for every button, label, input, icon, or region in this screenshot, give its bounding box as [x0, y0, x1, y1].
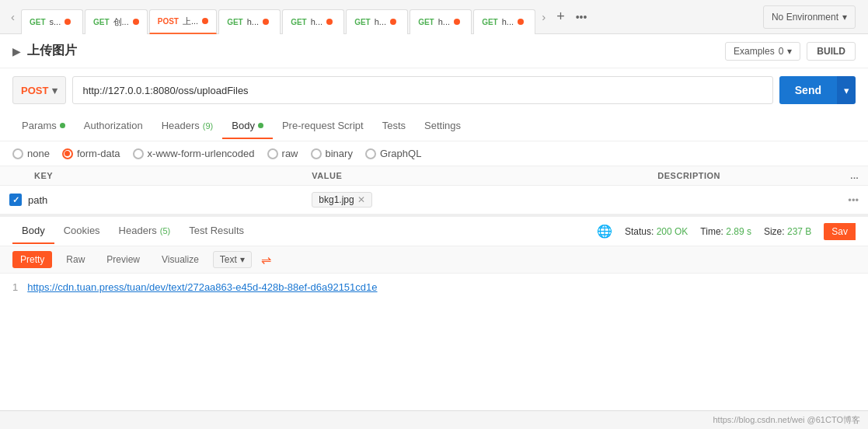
wrap-icon[interactable]: ⇌	[261, 253, 271, 267]
req-tab-dot	[60, 123, 65, 128]
table-row: path bkg1.jpg ✕ •••	[0, 186, 868, 214]
tab-item-tab2[interactable]: GET 创...	[85, 9, 148, 34]
response-status-area: 🌐 Status: 200 OK Time: 2.89 s Size: 237 …	[597, 223, 856, 240]
tab-status-dot	[263, 19, 269, 25]
environment-selector[interactable]: No Environment ▾	[763, 5, 856, 29]
tab-item-tab4[interactable]: GET h...	[218, 9, 281, 34]
expand-icon: ▶	[12, 45, 21, 58]
send-button-group: Send ▾	[779, 76, 856, 104]
chip-close-icon[interactable]: ✕	[357, 194, 365, 205]
req-tab-label: Settings	[424, 120, 461, 131]
req-tab-authorization[interactable]: Authorization	[75, 113, 152, 139]
req-tab-tests[interactable]: Tests	[373, 113, 415, 139]
tab-method: GET	[93, 18, 110, 26]
row-description	[648, 186, 838, 214]
tab-method: POST	[158, 17, 179, 26]
body-type-binary[interactable]: binary	[311, 148, 353, 159]
resp-tab-label: Cookies	[64, 225, 100, 236]
resp-type-selector[interactable]: Text▾	[213, 251, 252, 268]
req-tab-body[interactable]: Body	[222, 113, 273, 139]
body-type-label-raw: raw	[282, 148, 298, 159]
col-header-more: ...	[838, 166, 868, 186]
tab-status-dot	[454, 19, 460, 25]
body-type-raw[interactable]: raw	[267, 148, 298, 159]
tab-item-tab1[interactable]: GET s...	[21, 9, 83, 34]
method-label: POST	[21, 85, 48, 96]
tab-method: GET	[227, 18, 243, 26]
request-title-bar: ▶ 上传图片 Examples 0 ▾ BUILD	[0, 34, 868, 68]
tab-label: h...	[438, 17, 450, 26]
row-value: bkg1.jpg	[319, 194, 354, 205]
body-type-label-none: none	[27, 148, 50, 159]
req-tab-label: Pre-request Script	[282, 120, 364, 131]
tab-label: h...	[311, 17, 322, 26]
body-type-form-data[interactable]: form-data	[62, 148, 120, 159]
resp-tab-label: Test Results	[189, 225, 244, 236]
env-dropdown-icon: ▾	[842, 12, 847, 23]
tab-item-tab3[interactable]: POST 上...	[149, 9, 217, 34]
req-tab-headers[interactable]: Headers (9)	[152, 113, 223, 139]
row-checkbox[interactable]	[9, 194, 22, 206]
expand-button[interactable]: ▶	[12, 45, 21, 58]
col-header-desc: DESCRIPTION	[648, 166, 838, 186]
examples-button[interactable]: Examples 0 ▾	[725, 42, 800, 61]
send-button[interactable]: Send	[779, 76, 837, 104]
row-more[interactable]: •••	[838, 186, 868, 214]
page-title: 上传图片	[27, 43, 725, 59]
resp-tab-body[interactable]: Body	[12, 218, 54, 244]
type-dropdown-icon: ▾	[240, 254, 245, 265]
params-table-container: KEY VALUE DESCRIPTION ... path bkg1.jpg …	[0, 166, 868, 215]
req-tab-label: Params	[22, 120, 57, 131]
tab-item-tab7[interactable]: GET h...	[410, 9, 472, 34]
resp-format-raw[interactable]: Raw	[58, 251, 92, 268]
tab-method: GET	[482, 18, 498, 26]
tab-label: h...	[375, 17, 386, 26]
req-tab-label: Tests	[382, 120, 406, 131]
tab-label: h...	[247, 17, 259, 26]
req-tab-dot	[258, 123, 263, 128]
resp-format-visualize[interactable]: Visualize	[154, 251, 207, 268]
globe-icon[interactable]: 🌐	[597, 224, 612, 239]
body-type-urlencoded[interactable]: x-www-form-urlencoded	[133, 148, 255, 159]
tab-add-button[interactable]: +	[552, 5, 570, 28]
method-selector[interactable]: POST ▾	[12, 76, 66, 104]
tab-item-tab6[interactable]: GET h...	[346, 9, 408, 34]
resp-tab-badge: (5)	[160, 226, 170, 235]
col-header-value: VALUE	[302, 166, 648, 186]
body-type-graphql[interactable]: GraphQL	[365, 148, 421, 159]
body-type-label-urlencoded: x-www-form-urlencoded	[148, 148, 255, 159]
radio-circle-form-data	[62, 148, 73, 159]
response-link[interactable]: https://cdn.tuan.press/tuan/dev/text/272…	[27, 281, 377, 293]
request-tabs: Params AuthorizationHeaders (9)Body Pre-…	[0, 112, 868, 141]
body-type-none[interactable]: none	[12, 148, 50, 159]
tab-more-button[interactable]: •••	[571, 8, 592, 26]
req-tab-params[interactable]: Params	[12, 113, 75, 139]
tab-nav-forward[interactable]: ›	[537, 7, 550, 26]
body-type-label-form-data: form-data	[77, 148, 120, 159]
tab-item-tab8[interactable]: GET h...	[473, 9, 535, 34]
tab-status-dot	[133, 19, 139, 25]
tab-method: GET	[354, 18, 371, 26]
tab-item-tab5[interactable]: GET h...	[282, 9, 344, 34]
resp-tab-label: Headers	[119, 225, 157, 236]
save-response-button[interactable]: Sav	[824, 223, 856, 240]
resp-tab-label: Body	[22, 225, 45, 236]
tab-method: GET	[30, 18, 46, 26]
req-tab-settings[interactable]: Settings	[415, 113, 470, 139]
resp-format-pretty[interactable]: Pretty	[12, 251, 52, 268]
url-input[interactable]	[72, 76, 772, 104]
tab-label: s...	[50, 17, 61, 26]
build-button[interactable]: BUILD	[807, 42, 856, 61]
tab-nav-back[interactable]: ‹	[6, 7, 19, 26]
body-type-bar: noneform-datax-www-form-urlencodedrawbin…	[0, 141, 868, 166]
resp-format-preview[interactable]: Preview	[99, 251, 148, 268]
send-dropdown-button[interactable]: ▾	[837, 76, 856, 104]
resp-tab-test-results[interactable]: Test Results	[180, 218, 253, 244]
tab-status-dot	[202, 18, 208, 24]
body-type-label-binary: binary	[326, 148, 353, 159]
time-value: Time: 2.89 s	[700, 226, 751, 237]
resp-tab-cookies[interactable]: Cookies	[54, 218, 110, 244]
req-tab-label: Authorization	[84, 120, 143, 131]
resp-tab-headers[interactable]: Headers(5)	[110, 218, 180, 244]
req-tab-pre-request-script[interactable]: Pre-request Script	[273, 113, 373, 139]
